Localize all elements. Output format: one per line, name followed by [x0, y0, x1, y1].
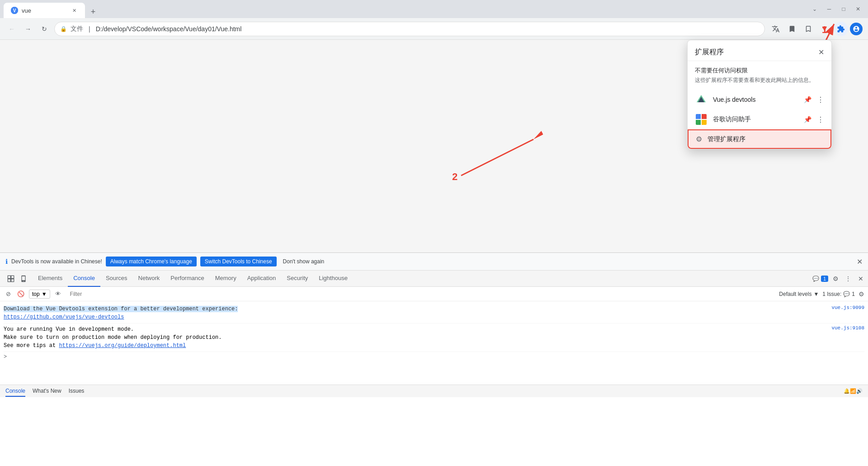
tab-application[interactable]: Application: [242, 271, 282, 287]
devtools-console-output: Download the Vue Devtools extension for …: [0, 301, 868, 385]
devtools-device-toggle-button[interactable]: [18, 273, 29, 284]
tab-security[interactable]: Security: [281, 271, 313, 287]
tab-search-button[interactable]: ⌄: [808, 3, 821, 15]
vuejs-devtools-icon: [695, 93, 708, 106]
context-selector[interactable]: top ▼: [29, 290, 50, 299]
system-clock: 🔔📶🔊: [844, 388, 863, 394]
ext-section-subtitle: 这些扩展程序不需要查看和更改此网站上的信息。: [688, 76, 831, 90]
tab-performance[interactable]: Performance: [165, 271, 209, 287]
maximize-button[interactable]: □: [837, 3, 850, 15]
ext-item-google-helper[interactable]: 谷歌访问助手 📌 ⋮: [688, 109, 831, 129]
console-vue-devtools-link[interactable]: https://github.com/vuejs/vue-devtools: [4, 314, 124, 320]
ext-popup-close-button[interactable]: ✕: [818, 48, 824, 57]
console-deployment-link[interactable]: https://vuejs.org/guide/deployment.html: [59, 342, 186, 349]
issues-count: 1 Issue: 💬 1: [822, 291, 855, 297]
context-dropdown-icon: ▼: [42, 291, 47, 297]
annotation-2: 2: [452, 171, 458, 183]
tab-title: vue: [22, 7, 67, 14]
issues-icon: 💬: [843, 291, 850, 297]
reload-button[interactable]: ↻: [38, 23, 51, 35]
devtools-inspect-button[interactable]: [5, 273, 16, 284]
ext-google-name: 谷歌访问助手: [713, 115, 798, 124]
devtools-close-button[interactable]: ✕: [855, 273, 866, 284]
console-message-2: You are running Vue in development mode.…: [4, 323, 864, 352]
ext-vuejs-pin[interactable]: 📌: [804, 96, 811, 103]
manage-extensions-gear-icon: ⚙: [696, 135, 702, 143]
manage-extensions-label: 管理扩展程序: [708, 135, 745, 143]
tab-sources[interactable]: Sources: [100, 271, 133, 287]
console-eye-button[interactable]: 👁: [54, 290, 63, 299]
profile-button[interactable]: [850, 23, 863, 35]
context-label: top: [32, 291, 40, 297]
console-highlight-text: Download the Vue Devtools extension for …: [4, 306, 238, 312]
svg-rect-7: [11, 276, 14, 278]
devtools-panel: ℹ DevTools is now available in Chinese! …: [0, 252, 868, 397]
console-filter-input[interactable]: [66, 290, 776, 298]
tab-network[interactable]: Network: [133, 271, 165, 287]
ext-popup-header: 扩展程序 ✕: [688, 40, 831, 61]
dont-show-again-button[interactable]: Don't show again: [280, 257, 327, 266]
browser-titlebar: V vue ✕ + ⌄ ─ □ ✕: [0, 0, 868, 18]
always-match-language-button[interactable]: Always match Chrome's language: [106, 257, 197, 266]
console-message-1-text: Download the Vue Devtools extension for …: [4, 305, 824, 321]
tab-lighthouse[interactable]: Lighthouse: [313, 271, 353, 287]
devtools-console-toolbar: ⊘ 🚫 top ▼ 👁 Default levels ▼ 1 Issue: 💬 …: [0, 287, 868, 301]
devtools-bottom-bar: Console What's New Issues 🔔📶🔊: [0, 385, 868, 397]
console-clear-button[interactable]: 🚫: [16, 290, 25, 299]
tab-elements[interactable]: Elements: [33, 271, 68, 287]
svg-rect-8: [8, 279, 10, 281]
annotation-1: 1: [822, 24, 827, 36]
ext-item-vuejs[interactable]: Vue.js devtools 📌 ⋮: [688, 90, 831, 109]
tab-close-button[interactable]: ✕: [71, 7, 78, 14]
ext-vuejs-name: Vue.js devtools: [713, 96, 798, 103]
console-message-2-text: You are running Vue in development mode.…: [4, 325, 824, 350]
svg-text:V: V: [13, 8, 16, 13]
console-prompt[interactable]: >: [4, 352, 864, 362]
address-security-icon: 🔒: [60, 26, 67, 32]
new-tab-button[interactable]: +: [87, 5, 99, 18]
svg-rect-9: [11, 279, 14, 281]
console-settings-icon[interactable]: ⚙: [859, 290, 864, 298]
toolbar-actions: ▼: [769, 22, 863, 36]
minimize-button[interactable]: ─: [823, 3, 835, 15]
extension-popup: 扩展程序 ✕ 不需要任何访问权限 这些扩展程序不需要查看和更改此网站上的信息。 …: [687, 40, 832, 149]
bookmark-icon[interactable]: [801, 22, 816, 36]
bottom-tab-whats-new[interactable]: What's New: [33, 386, 61, 397]
address-bar[interactable]: 🔒 文件 | D:/develop/VSCode/workspace/Vue/d…: [54, 22, 765, 36]
browser-toolbar: ← → ↻ 🔒 文件 | D:/develop/VSCode/workspace…: [0, 18, 868, 40]
ext-popup-title: 扩展程序: [695, 48, 724, 57]
ext-google-pin[interactable]: 📌: [804, 116, 811, 123]
reading-list-icon[interactable]: [785, 22, 799, 36]
notification-close-button[interactable]: ✕: [857, 257, 863, 266]
ext-google-more[interactable]: ⋮: [817, 115, 824, 124]
close-button[interactable]: ✕: [852, 3, 864, 15]
bottom-tab-issues[interactable]: Issues: [69, 386, 85, 397]
console-caret-icon: >: [4, 354, 7, 360]
devtools-more-button[interactable]: ⋮: [843, 273, 854, 284]
console-file-ref-2[interactable]: vue.js:9108: [831, 325, 864, 331]
tab-console[interactable]: Console: [68, 271, 100, 287]
console-message-1: Download the Vue Devtools extension for …: [4, 303, 864, 323]
translate-icon[interactable]: [769, 22, 783, 36]
switch-to-chinese-button[interactable]: Switch DevTools to Chinese: [200, 257, 277, 266]
system-tray: 🔔📶🔊: [844, 388, 863, 394]
default-levels-label: Default levels: [779, 291, 811, 297]
manage-extensions-item[interactable]: ⚙ 管理扩展程序: [688, 129, 831, 149]
console-stop-button[interactable]: ⊘: [4, 290, 13, 299]
tab-memory[interactable]: Memory: [210, 271, 242, 287]
issues-number: 1: [852, 291, 855, 297]
default-levels-dropdown[interactable]: Default levels ▼: [779, 291, 819, 297]
ext-vuejs-more[interactable]: ⋮: [817, 95, 824, 104]
back-button[interactable]: ←: [5, 23, 18, 35]
browser-tab-vue[interactable]: V vue ✕: [4, 3, 85, 18]
forward-button[interactable]: →: [22, 23, 34, 35]
devtools-settings-button[interactable]: ⚙: [830, 273, 841, 284]
notification-text: DevTools is now available in Chinese!: [11, 258, 102, 265]
window-controls: ⌄ ─ □ ✕: [808, 3, 864, 15]
bottom-tab-console[interactable]: Console: [5, 386, 25, 397]
address-prefix: 文件: [71, 25, 83, 33]
tab-favicon: V: [11, 7, 18, 14]
console-file-ref-1[interactable]: vue.js:9099: [831, 305, 864, 310]
extensions-button[interactable]: [834, 22, 848, 36]
address-text: D:/develop/VSCode/workspace/Vue/day01/Vu…: [96, 25, 759, 33]
